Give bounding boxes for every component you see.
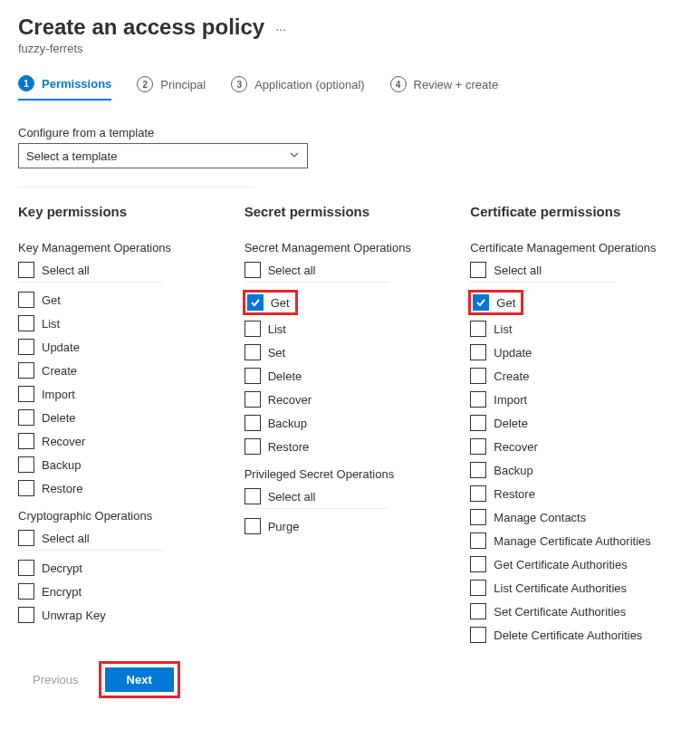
template-select[interactable]: Select a template	[18, 143, 308, 168]
perm-label: Recover	[42, 435, 85, 448]
highlighted-permission: Get	[243, 290, 298, 315]
key-perm-item: Delete	[18, 409, 230, 426]
key-perm-checkbox[interactable]	[18, 433, 34, 449]
cert-perm-checkbox[interactable]	[470, 509, 486, 525]
key-perm-checkbox[interactable]	[18, 607, 34, 623]
step-number-icon: 3	[231, 76, 247, 92]
step-number-icon: 2	[137, 76, 153, 92]
perm-label: Manage Contacts	[494, 511, 586, 524]
perm-label: Set Certificate Authorities	[494, 605, 626, 619]
secret-perm-checkbox[interactable]	[245, 415, 261, 431]
perm-label: Get	[42, 293, 61, 307]
tab-application-optional-[interactable]: 3Application (optional)	[231, 75, 364, 101]
cert-select-all-checkbox[interactable]	[470, 262, 486, 278]
perm-label: Backup	[268, 417, 307, 430]
cert-perm-checkbox[interactable]	[470, 415, 486, 431]
perm-label: Recover	[494, 440, 537, 454]
key-permissions-title: Key permissions	[18, 204, 230, 219]
cert-perm-checkbox[interactable]	[470, 438, 486, 455]
perm-label: Import	[494, 393, 527, 407]
key-perm-checkbox[interactable]	[18, 583, 34, 600]
more-icon[interactable]: ···	[275, 22, 286, 36]
key-select-all-checkbox[interactable]	[18, 530, 34, 546]
secret-select-all-row: Select all	[245, 262, 389, 283]
select-all-label: Select all	[494, 264, 542, 277]
perm-label: Set	[268, 346, 286, 360]
cert-select-all-row: Select all	[470, 262, 615, 283]
key-perm-checkbox[interactable]	[18, 386, 34, 402]
cert-perm-checkbox[interactable]	[470, 627, 486, 643]
next-button[interactable]: Next	[105, 667, 174, 692]
select-all-label: Select all	[42, 532, 90, 545]
tab-principal[interactable]: 2Principal	[137, 75, 206, 101]
key-perm-checkbox[interactable]	[18, 456, 34, 473]
secret-perm-checkbox[interactable]	[245, 518, 261, 534]
cert-perm-list: GetListUpdateCreateImportDeleteRecoverBa…	[470, 292, 682, 643]
key-perm-checkbox[interactable]	[18, 480, 34, 496]
perm-label: List	[268, 322, 286, 336]
tab-label: Principal	[160, 78, 206, 91]
perm-label: Import	[42, 388, 75, 401]
key-perm-item: Create	[18, 362, 230, 379]
cert-perm-checkbox[interactable]	[470, 603, 486, 619]
cert-perm-checkbox[interactable]	[470, 580, 486, 596]
template-label: Configure from a template	[18, 126, 682, 139]
secret-perm-checkbox[interactable]	[247, 294, 264, 311]
cert-perm-checkbox[interactable]	[470, 556, 486, 572]
key-perm-checkbox[interactable]	[18, 560, 34, 576]
key-perm-item: List	[18, 315, 230, 331]
secret-select-all-checkbox[interactable]	[245, 488, 261, 504]
tab-label: Permissions	[42, 77, 111, 91]
key-perm-checkbox[interactable]	[18, 315, 34, 331]
key-perm-list: GetListUpdateCreateImportDeleteRecoverBa…	[18, 292, 230, 496]
tab-permissions[interactable]: 1Permissions	[18, 75, 111, 101]
key-perm-checkbox[interactable]	[18, 409, 34, 426]
key-perm-item: Recover	[18, 433, 230, 449]
secret-perm-checkbox[interactable]	[245, 321, 261, 337]
highlighted-permission: Get	[468, 290, 523, 315]
cert-perm-checkbox[interactable]	[470, 368, 486, 384]
key-perm-item: Encrypt	[18, 583, 230, 600]
perm-label: Update	[494, 346, 532, 360]
cert-perm-checkbox[interactable]	[470, 321, 486, 337]
cert-perm-item: List Certificate Authorities	[470, 580, 682, 596]
key-select-all-checkbox[interactable]	[18, 262, 34, 278]
perm-label: Backup	[494, 464, 532, 477]
secret-perm-item: Delete	[245, 368, 456, 384]
secret-select-all-row: Select all	[245, 488, 389, 509]
key-perm-item: Unwrap Key	[18, 607, 230, 623]
previous-button[interactable]: Previous	[22, 667, 90, 692]
secret-perm-list: Purge	[245, 518, 456, 534]
cert-perm-checkbox[interactable]	[470, 485, 486, 502]
cert-perm-item: Recover	[470, 438, 682, 455]
cert-perm-checkbox[interactable]	[470, 344, 486, 360]
secret-perm-item: Get	[245, 292, 456, 313]
key-perm-checkbox[interactable]	[18, 339, 34, 355]
cert-permissions-column: Certificate permissionsCertificate Manag…	[470, 204, 682, 643]
tab-review-create[interactable]: 4Review + create	[390, 75, 499, 101]
cert-perm-checkbox[interactable]	[470, 533, 486, 549]
select-all-label: Select all	[268, 264, 316, 277]
cert-perm-checkbox[interactable]	[470, 462, 486, 478]
perm-label: Purge	[268, 520, 300, 533]
cert-perm-checkbox[interactable]	[470, 391, 486, 408]
perm-label: Get	[496, 296, 515, 310]
secret-perm-checkbox[interactable]	[245, 391, 261, 408]
tab-label: Review + create	[414, 78, 499, 91]
chevron-down-icon	[289, 149, 300, 162]
secret-perm-checkbox[interactable]	[245, 368, 261, 384]
secret-perm-checkbox[interactable]	[245, 344, 261, 360]
key-perm-item: Import	[18, 386, 230, 402]
perm-label: Create	[42, 364, 77, 378]
cert-perm-checkbox[interactable]	[473, 294, 489, 311]
secret-perm-item: Purge	[245, 518, 456, 534]
perm-label: Get Certificate Authorities	[494, 558, 627, 571]
secret-perm-checkbox[interactable]	[245, 438, 261, 455]
key-perm-item: Restore	[18, 480, 230, 496]
tab-label: Application (optional)	[254, 78, 364, 91]
secret-select-all-checkbox[interactable]	[245, 262, 261, 278]
key-perm-checkbox[interactable]	[18, 292, 34, 308]
key-perm-checkbox[interactable]	[18, 362, 34, 379]
key-group-title: Cryptographic Operations	[18, 509, 230, 523]
cert-perm-item: Import	[470, 391, 682, 408]
